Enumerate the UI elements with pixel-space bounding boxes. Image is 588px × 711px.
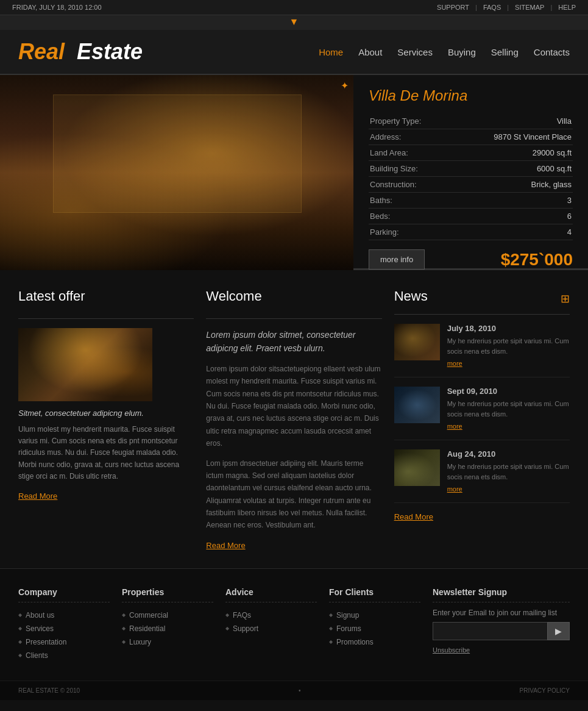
- company-link-1[interactable]: Services: [26, 624, 54, 633]
- more-info-button[interactable]: more info: [369, 249, 425, 270]
- nav-buying[interactable]: Buying: [448, 47, 476, 57]
- field-label: Address:: [369, 129, 450, 145]
- nav-contacts[interactable]: Contacts: [534, 47, 570, 57]
- footer-company-list: About us Services Presentation Clients: [18, 609, 110, 662]
- props-link-2[interactable]: Luxury: [129, 638, 151, 646]
- divider: [18, 318, 194, 319]
- property-image: [0, 75, 353, 270]
- welcome-body1: Lorem ipsum dolor sitsactetuepiong ellae…: [206, 363, 381, 450]
- field-value: Brick, glass: [450, 177, 573, 193]
- field-label: Beds:: [369, 209, 450, 224]
- news-more-1[interactable]: more: [447, 360, 462, 367]
- field-label: Property Type:: [369, 113, 450, 129]
- newsletter-section: Newsletter Signup Enter your Email to jo…: [433, 587, 570, 662]
- table-row: Baths: 3: [369, 193, 573, 209]
- news-text-3: Aug 24, 2010 My he ndrerius porte sipit …: [447, 449, 570, 493]
- news-item: July 18, 2010 My he ndrerius porte sipit…: [394, 324, 570, 377]
- newsletter-form: ▶: [433, 622, 570, 640]
- logo[interactable]: Real Estate: [18, 39, 143, 65]
- faqs-link[interactable]: FAQS: [483, 4, 501, 11]
- pipe: |: [507, 4, 509, 11]
- clients-link-0[interactable]: Signup: [336, 611, 359, 620]
- divider: [394, 314, 570, 315]
- welcome-lead: Lorem ipsum dolor sitmet, consectetuer a…: [206, 328, 381, 356]
- news-image-3: [394, 449, 440, 486]
- list-item: Presentation: [18, 635, 110, 649]
- rss-icon[interactable]: ⊞: [561, 292, 570, 305]
- company-link-3[interactable]: Clients: [26, 651, 48, 660]
- support-link[interactable]: SUPPORT: [437, 4, 469, 11]
- main-content: Latest offer Sitmet, consectetuer adipic…: [0, 270, 588, 569]
- logo-estate: Estate: [77, 39, 143, 64]
- separator: •: [299, 687, 301, 694]
- list-item: Support: [225, 622, 317, 635]
- main-nav: Home About Services Buying Selling Conta…: [319, 47, 570, 57]
- table-row: Land Area: 29000 sq.ft: [369, 145, 573, 161]
- unsubscribe-link[interactable]: Unsubscribe: [433, 646, 470, 654]
- latest-read-more[interactable]: Read More: [18, 491, 57, 501]
- nav-services[interactable]: Services: [397, 47, 433, 57]
- news-body-3: My he ndrerius porte sipit varius mi. Cu…: [447, 462, 570, 482]
- company-link-0[interactable]: About us: [26, 611, 54, 620]
- nav-about[interactable]: About: [358, 47, 382, 57]
- advice-link-1[interactable]: Support: [233, 624, 258, 633]
- bottom-footer: REAL ESTATE © 2010 • PRIVACY POLICY: [0, 681, 588, 700]
- clients-link-1[interactable]: Forums: [336, 624, 361, 633]
- props-link-0[interactable]: Commercial: [129, 611, 168, 620]
- newsletter-email-input[interactable]: [433, 622, 547, 640]
- latest-body: Ulum molest my hendrerit maurita. Fusce …: [18, 424, 194, 482]
- news-read-more[interactable]: Read More: [394, 512, 433, 521]
- footer-company-title: Company: [18, 587, 110, 602]
- header: Real Estate Home About Services Buying S…: [0, 30, 588, 75]
- table-row: Address: 9870 St Vincent Place: [369, 129, 573, 145]
- field-value: 29000 sq.ft: [450, 145, 573, 161]
- latest-offer-section: Latest offer Sitmet, consectetuer adipic…: [18, 288, 194, 550]
- news-body-2: My he ndrerius porte sipit varius mi. Cu…: [447, 399, 570, 419]
- property-price: $275`000: [501, 250, 573, 270]
- news-date-2: Sept 09, 2010: [447, 387, 570, 396]
- pipe: |: [475, 4, 477, 11]
- latest-offer-title: Latest offer: [18, 288, 194, 309]
- property-table: Property Type: Villa Address: 9870 St Vi…: [369, 113, 573, 240]
- sitemap-link[interactable]: SITEMAP: [515, 4, 544, 11]
- news-image-2: [394, 387, 440, 423]
- latest-caption: Sitmet, consectetuer adipicng elum.: [18, 409, 194, 418]
- news-more-2[interactable]: more: [447, 423, 462, 430]
- welcome-body2: Lom ipsm dnsectetuer adipiing elit. Maur…: [206, 457, 381, 532]
- latest-offer-image: [18, 328, 152, 401]
- nav-selling[interactable]: Selling: [491, 47, 519, 57]
- star-icon: ✦: [341, 80, 349, 91]
- hero-section: ✦ Villa De Morina Property Type: Villa A…: [0, 75, 588, 270]
- news-date-3: Aug 24, 2010: [447, 449, 570, 459]
- pipe: |: [550, 4, 552, 11]
- list-item: Forums: [329, 622, 420, 635]
- company-link-2[interactable]: Presentation: [26, 638, 66, 646]
- table-row: Beds: 6: [369, 209, 573, 224]
- news-text-1: July 18, 2010 My he ndrerius porte sipit…: [447, 324, 570, 368]
- newsletter-title: Newsletter Signup: [433, 587, 570, 602]
- field-value: 3: [450, 193, 573, 209]
- newsletter-submit-button[interactable]: ▶: [547, 622, 570, 640]
- props-link-1[interactable]: Residential: [129, 624, 165, 633]
- nav-home[interactable]: Home: [319, 47, 343, 57]
- dropdown-arrow[interactable]: ▼: [0, 15, 588, 30]
- news-more-3[interactable]: more: [447, 485, 462, 493]
- topbar-links: SUPPORT | FAQS | SITEMAP | HELP: [437, 4, 576, 11]
- field-value: 6000 sq.ft: [450, 161, 573, 177]
- table-row: Construction: Brick, glass: [369, 177, 573, 193]
- table-row: Parking: 4: [369, 224, 573, 240]
- footer: Company About us Services Presentation C…: [0, 569, 588, 681]
- field-label: Building Size:: [369, 161, 450, 177]
- field-value: 6: [450, 209, 573, 224]
- welcome-read-more[interactable]: Read More: [206, 541, 245, 550]
- newsletter-label: Enter your Email to join our mailing lis…: [433, 609, 570, 617]
- help-link[interactable]: HELP: [558, 4, 576, 11]
- list-item: Services: [18, 622, 110, 635]
- footer-clients: For Clients Signup Forums Promotions: [329, 587, 420, 662]
- privacy-policy-link[interactable]: PRIVACY POLICY: [520, 687, 570, 694]
- table-row: Property Type: Villa: [369, 113, 573, 129]
- topbar: FRIDAY, JULY 18, 2010 12:00 SUPPORT | FA…: [0, 0, 588, 15]
- footer-clients-title: For Clients: [329, 587, 420, 602]
- advice-link-0[interactable]: FAQs: [233, 611, 251, 620]
- clients-link-2[interactable]: Promotions: [336, 638, 374, 646]
